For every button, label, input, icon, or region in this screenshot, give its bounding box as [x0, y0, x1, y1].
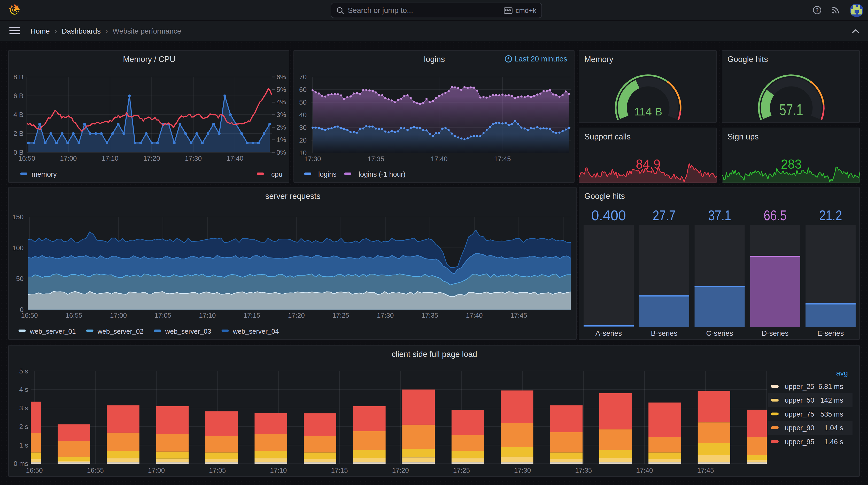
svg-text:17:15: 17:15	[243, 312, 260, 319]
svg-text:66.5: 66.5	[764, 207, 786, 223]
svg-text:16:50: 16:50	[26, 466, 43, 474]
svg-text:17:00: 17:00	[60, 154, 77, 162]
svg-text:upper_75: upper_75	[785, 410, 814, 418]
svg-text:logins: logins	[424, 55, 445, 64]
svg-text:0%: 0%	[276, 148, 286, 156]
svg-text:Sign ups: Sign ups	[727, 132, 758, 141]
svg-text:web_server_01: web_server_01	[30, 327, 76, 335]
svg-text:17:40: 17:40	[431, 155, 447, 162]
svg-text:16:50: 16:50	[18, 154, 35, 162]
svg-text:web_server_03: web_server_03	[165, 327, 211, 335]
svg-text:0.400: 0.400	[591, 207, 626, 223]
svg-text:web_server_04: web_server_04	[233, 327, 279, 335]
svg-text:16:55: 16:55	[87, 466, 104, 474]
svg-text:17:05: 17:05	[209, 466, 226, 474]
svg-text:upper_95: upper_95	[785, 438, 814, 446]
svg-text:37.1: 37.1	[708, 207, 731, 223]
svg-text:memory: memory	[32, 170, 57, 178]
svg-text:142 ms: 142 ms	[820, 396, 843, 404]
svg-text:17:45: 17:45	[494, 155, 511, 162]
svg-text:17:30: 17:30	[514, 466, 531, 474]
svg-text:17:25: 17:25	[333, 312, 349, 319]
svg-text:30: 30	[299, 124, 307, 131]
svg-text:logins (-1 hour): logins (-1 hour)	[359, 170, 406, 178]
svg-text:4 B: 4 B	[13, 110, 24, 118]
svg-text:17:45: 17:45	[697, 466, 714, 474]
svg-text:70: 70	[299, 73, 307, 80]
svg-text:21.2: 21.2	[819, 207, 842, 223]
svg-text:17:35: 17:35	[421, 312, 438, 319]
svg-text:17:35: 17:35	[367, 155, 384, 162]
svg-text:Memory: Memory	[584, 55, 613, 64]
svg-text:?: ?	[815, 7, 819, 13]
svg-text:web_server_02: web_server_02	[97, 327, 144, 335]
svg-text:B-series: B-series	[651, 329, 677, 337]
svg-text:5%: 5%	[276, 86, 286, 93]
svg-text:17:25: 17:25	[453, 466, 470, 474]
svg-text:17:20: 17:20	[144, 154, 160, 162]
svg-text:57.1: 57.1	[779, 100, 803, 118]
svg-text:upper_90: upper_90	[785, 424, 814, 432]
svg-text:100: 100	[12, 244, 24, 252]
svg-text:A-series: A-series	[595, 329, 622, 337]
svg-text:client side full page load: client side full page load	[392, 350, 477, 359]
svg-text:50: 50	[299, 98, 307, 106]
svg-text:Memory / CPU: Memory / CPU	[123, 55, 176, 64]
svg-text:C-series: C-series	[706, 329, 733, 337]
svg-text:17:40: 17:40	[466, 312, 483, 319]
svg-text:17:05: 17:05	[154, 312, 171, 319]
svg-text:60: 60	[299, 86, 307, 93]
svg-text:D-series: D-series	[762, 329, 788, 337]
svg-text:1%: 1%	[276, 136, 286, 143]
svg-text:4%: 4%	[276, 98, 286, 106]
svg-text:cpu: cpu	[271, 170, 283, 178]
svg-text:17:30: 17:30	[377, 312, 394, 319]
svg-text:8 B: 8 B	[13, 73, 24, 80]
svg-text:114 B: 114 B	[634, 105, 662, 118]
svg-text:16:50: 16:50	[21, 312, 38, 319]
svg-text:1.46 s: 1.46 s	[824, 438, 843, 446]
svg-text:17:10: 17:10	[270, 466, 287, 474]
svg-text:17:10: 17:10	[199, 312, 216, 319]
svg-text:upper_50: upper_50	[785, 396, 814, 404]
svg-text:Support calls: Support calls	[584, 132, 630, 141]
svg-text:2 B: 2 B	[13, 129, 24, 137]
svg-text:5 s: 5 s	[20, 367, 28, 375]
svg-text:3%: 3%	[276, 110, 286, 118]
svg-text:17:45: 17:45	[510, 312, 527, 319]
svg-text:upper_25: upper_25	[785, 383, 814, 390]
svg-text:6%: 6%	[276, 73, 286, 80]
svg-text:2%: 2%	[276, 123, 286, 131]
svg-text:6 B: 6 B	[13, 92, 24, 99]
svg-text:17:00: 17:00	[148, 466, 165, 474]
svg-text:17:40: 17:40	[226, 154, 243, 162]
svg-text:20: 20	[299, 136, 307, 144]
svg-text:2 s: 2 s	[20, 423, 28, 430]
svg-text:17:30: 17:30	[304, 155, 321, 162]
svg-text:27.7: 27.7	[653, 207, 676, 223]
svg-text:Google hits: Google hits	[584, 192, 625, 201]
svg-text:40: 40	[299, 111, 307, 119]
svg-text:17:35: 17:35	[575, 466, 592, 474]
svg-text:17:20: 17:20	[392, 466, 409, 474]
svg-text:4 s: 4 s	[20, 386, 28, 393]
svg-text:6.81 ms: 6.81 ms	[818, 383, 843, 390]
svg-text:E-series: E-series	[817, 329, 844, 337]
svg-text:logins: logins	[318, 170, 337, 178]
svg-text:Last 20 minutes: Last 20 minutes	[514, 55, 567, 63]
svg-text:Google hits: Google hits	[727, 55, 768, 64]
svg-text:server requests: server requests	[265, 192, 320, 201]
svg-text:avg: avg	[836, 369, 848, 377]
svg-text:17:00: 17:00	[110, 312, 127, 319]
svg-text:17:15: 17:15	[331, 466, 348, 474]
svg-text:17:40: 17:40	[636, 466, 653, 474]
svg-text:84.9: 84.9	[636, 157, 660, 171]
svg-text:50: 50	[16, 275, 24, 283]
svg-text:16:55: 16:55	[66, 312, 83, 319]
svg-text:150: 150	[12, 213, 24, 221]
svg-text:3 s: 3 s	[20, 404, 28, 412]
svg-text:17:10: 17:10	[101, 154, 118, 162]
svg-text:1 s: 1 s	[20, 441, 28, 449]
svg-text:17:20: 17:20	[288, 312, 305, 319]
svg-text:283: 283	[781, 157, 801, 171]
